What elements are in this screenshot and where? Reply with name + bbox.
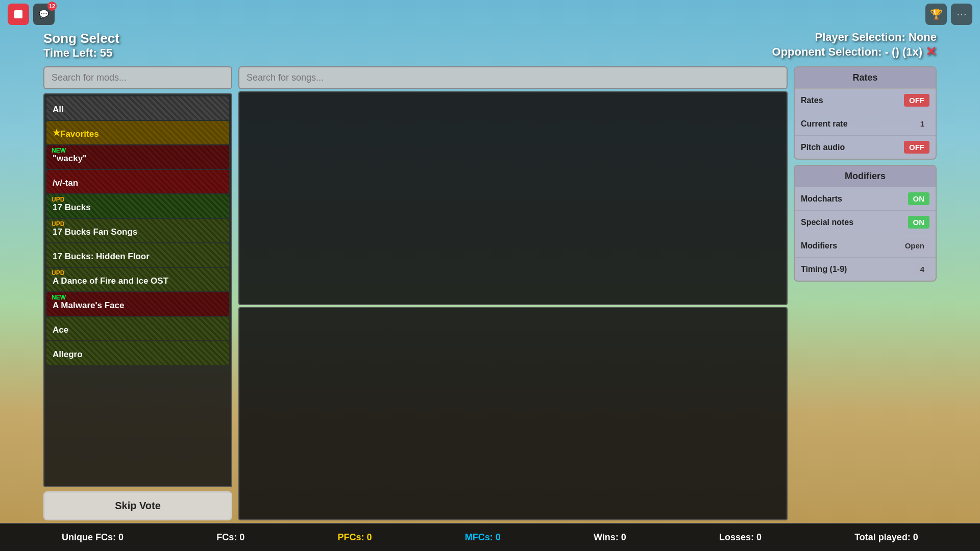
top-bar: 💬 12 🏆 ⋯ xyxy=(0,0,980,28)
list-item[interactable]: ★ Favorites xyxy=(46,121,229,144)
modifiers-label: Modifiers xyxy=(801,241,837,251)
menu-button[interactable]: ⋯ xyxy=(951,4,972,25)
song-item-label: A Dance of Fire and Ice OST xyxy=(53,276,168,286)
svg-rect-0 xyxy=(14,10,22,18)
song-detail-panel xyxy=(238,91,788,305)
roblox-icon[interactable] xyxy=(8,4,29,25)
time-left-label: Time Left: xyxy=(43,46,97,59)
modifiers-panel: Modifiers Modcharts ON Special notes ON … xyxy=(794,165,937,282)
notification-count: 12 xyxy=(47,2,57,11)
rates-row[interactable]: Rates OFF xyxy=(795,89,936,112)
pitch-audio-label: Pitch audio xyxy=(801,143,845,152)
list-item[interactable]: /v/-tan xyxy=(46,170,229,193)
player-selection-value: None xyxy=(909,31,937,43)
trophy-icon: 🏆 xyxy=(930,8,943,20)
rates-value: OFF xyxy=(904,94,929,107)
list-item[interactable]: Allegro xyxy=(46,341,229,365)
wins-stat: Wins: 0 xyxy=(594,532,626,543)
song-item-label: 17 Bucks xyxy=(53,203,91,213)
time-left: Time Left: 55 xyxy=(43,46,119,60)
notification-button[interactable]: 💬 12 xyxy=(33,4,55,25)
chat-icon: 💬 xyxy=(39,9,49,19)
skip-vote-button[interactable]: Skip Vote xyxy=(43,491,232,520)
top-right-icons: 🏆 ⋯ xyxy=(925,4,972,25)
song-item-label: Allegro xyxy=(53,349,83,360)
song-item-label: 17 Bucks: Hidden Floor xyxy=(53,252,150,262)
timing-label: Timing (1-9) xyxy=(801,265,847,274)
list-item[interactable]: 17 Bucks: Hidden Floor xyxy=(46,243,229,267)
search-mods-input[interactable] xyxy=(43,66,232,89)
player-selection-label: Player Selection: xyxy=(815,31,905,43)
fcs-stat: FCs: 0 xyxy=(216,532,244,543)
pitch-audio-value: OFF xyxy=(904,141,929,154)
song-item-label: "wacky" xyxy=(53,154,87,164)
song-item-label: A Malware's Face xyxy=(53,300,124,311)
list-item[interactable]: UPD A Dance of Fire and Ice OST xyxy=(46,268,229,291)
upd-tag: UPD xyxy=(52,269,64,277)
opponent-selection-label: Opponent Selection: xyxy=(772,45,882,59)
modifiers-value: Open xyxy=(900,239,929,252)
opponent-selection-value: - () (1x) xyxy=(885,45,922,59)
player-selection: Player Selection: None xyxy=(772,31,937,44)
close-icon[interactable]: ✕ xyxy=(925,44,937,60)
total-played-stat: Total played: 0 xyxy=(854,532,918,543)
unique-fcs-stat: Unique FCs: 0 xyxy=(62,532,124,543)
timing-row[interactable]: Timing (1-9) 4 xyxy=(795,258,936,281)
list-item[interactable]: NEW A Malware's Face xyxy=(46,292,229,316)
star-icon: ★ xyxy=(53,128,60,138)
list-item[interactable]: Ace xyxy=(46,317,229,340)
search-songs-input[interactable] xyxy=(238,66,788,89)
main-content: All ★ Favorites NEW "wacky" /v/-tan UPD … xyxy=(43,66,937,520)
top-left-icons: 💬 12 xyxy=(8,4,55,25)
song-item-label: All xyxy=(53,105,64,115)
left-panel: All ★ Favorites NEW "wacky" /v/-tan UPD … xyxy=(43,66,232,520)
rates-panel: Rates Rates OFF Current rate 1 Pitch aud… xyxy=(794,66,937,160)
modcharts-value: ON xyxy=(908,192,930,205)
special-notes-label: Special notes xyxy=(801,218,853,227)
song-item-label: Favorites xyxy=(60,129,99,139)
menu-icon: ⋯ xyxy=(957,8,967,20)
modcharts-label: Modcharts xyxy=(801,194,842,204)
song-item-label: Ace xyxy=(53,325,68,335)
modifiers-row[interactable]: Modifiers Open xyxy=(795,234,936,258)
list-item[interactable]: UPD 17 Bucks xyxy=(46,194,229,218)
list-item[interactable]: NEW "wacky" xyxy=(46,145,229,169)
new-tag: NEW xyxy=(52,147,66,154)
timing-value: 4 xyxy=(915,263,929,276)
player-info: Player Selection: None Opponent Selectio… xyxy=(772,31,937,60)
upd-tag: UPD xyxy=(52,220,64,228)
special-notes-value: ON xyxy=(908,216,930,229)
song-item-label: /v/-tan xyxy=(53,178,78,188)
new-tag: NEW xyxy=(52,294,66,301)
list-item[interactable]: UPD 17 Bucks Fan Songs xyxy=(46,219,229,242)
difficulty-panel xyxy=(238,307,788,521)
header-info: Song Select Time Left: 55 xyxy=(43,31,119,60)
song-item-label: 17 Bucks Fan Songs xyxy=(53,227,137,237)
current-rate-value: 1 xyxy=(915,117,929,130)
time-left-value: 55 xyxy=(100,46,112,59)
opponent-selection: Opponent Selection: - () (1x) ✕ xyxy=(772,44,937,60)
current-rate-row[interactable]: Current rate 1 xyxy=(795,112,936,136)
trophy-button[interactable]: 🏆 xyxy=(925,4,947,25)
page-title: Song Select xyxy=(43,31,119,46)
mfcs-stat: MFCs: 0 xyxy=(465,532,501,543)
right-panel: Rates Rates OFF Current rate 1 Pitch aud… xyxy=(794,66,937,520)
middle-panels xyxy=(238,66,788,520)
pitch-audio-row[interactable]: Pitch audio OFF xyxy=(795,136,936,159)
losses-stat: Losses: 0 xyxy=(719,532,762,543)
pfcs-stat: PFCs: 0 xyxy=(338,532,372,543)
rates-panel-header: Rates xyxy=(795,67,936,89)
modcharts-row[interactable]: Modcharts ON xyxy=(795,187,936,211)
stats-bar: Unique FCs: 0 FCs: 0 PFCs: 0 MFCs: 0 Win… xyxy=(0,523,980,551)
upd-tag: UPD xyxy=(52,196,64,203)
modifiers-panel-header: Modifiers xyxy=(795,166,936,187)
song-list: All ★ Favorites NEW "wacky" /v/-tan UPD … xyxy=(43,93,232,487)
current-rate-label: Current rate xyxy=(801,119,848,129)
rates-label: Rates xyxy=(801,96,823,105)
list-item[interactable]: All xyxy=(46,96,229,120)
special-notes-row[interactable]: Special notes ON xyxy=(795,211,936,234)
